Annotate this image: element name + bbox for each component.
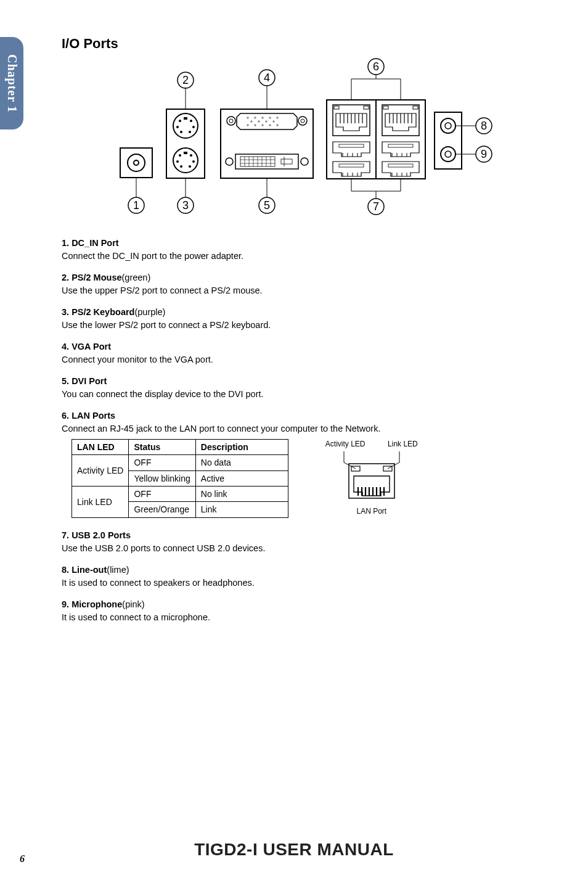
sec1-title: DC_IN Port [71, 238, 119, 248]
sec6-title: LAN Ports [71, 411, 115, 421]
page-content: I/O Ports [62, 36, 549, 633]
svg-point-8 [176, 126, 179, 128]
sec9-num: 9. [62, 599, 69, 609]
svg-rect-58 [364, 106, 369, 109]
vga-dvi-block [221, 109, 313, 178]
section-4: 4. VGA Port Connect your monitor to the … [62, 340, 549, 366]
activity-led-label: Activity LED [325, 439, 365, 450]
svg-point-97 [441, 118, 455, 133]
svg-rect-76 [339, 144, 364, 147]
svg-point-1 [128, 154, 145, 171]
svg-point-7 [190, 120, 192, 122]
svg-point-38 [277, 125, 278, 126]
page-footer: TIGD2-I USER MANUAL [0, 840, 588, 860]
svg-point-14 [190, 154, 192, 157]
sec9-suffix: (pink) [122, 599, 144, 609]
callout-2: 2 [182, 74, 189, 86]
sec3-title: PS/2 Keyboard [71, 307, 134, 317]
sec6-body: Connect an RJ-45 jack to the LAN port to… [62, 424, 380, 433]
sec8-title: Line-out [71, 565, 107, 575]
svg-point-13 [179, 154, 181, 157]
svg-point-31 [258, 121, 259, 122]
sec9-title: Microphone [71, 599, 122, 609]
table-header-row: LAN LED Status Description [72, 440, 288, 455]
cell-desc-3: Link [195, 502, 288, 517]
svg-point-39 [226, 158, 233, 165]
lan-port-diagram: Activity LED Link LED [325, 439, 418, 517]
sec3-num: 3. [62, 307, 69, 317]
svg-rect-19 [184, 152, 187, 154]
cell-activity-led: Activity LED [72, 455, 129, 487]
svg-point-40 [301, 158, 308, 165]
sec5-body: You can connect the display device to th… [62, 389, 264, 399]
cell-desc-1: Active [195, 470, 288, 486]
svg-rect-57 [334, 106, 339, 109]
section-2: 2. PS/2 Mouse(green) Use the upper PS/2 … [62, 271, 549, 297]
svg-point-21 [227, 117, 235, 125]
sec3-suffix: (purple) [134, 307, 165, 317]
th-status: Status [129, 440, 195, 455]
sec7-title: USB 2.0 Ports [71, 530, 131, 540]
section-5: 5. DVI Port You can connect the display … [62, 375, 549, 401]
svg-point-30 [251, 121, 252, 122]
io-ports-diagram: 2 4 6 8 9 [111, 57, 549, 220]
sec7-body: Use the USB 2.0 ports to connect USB 2.0… [62, 543, 265, 553]
svg-point-25 [247, 117, 248, 118]
svg-point-2 [134, 160, 139, 165]
svg-rect-0 [120, 148, 152, 178]
svg-rect-12 [184, 117, 187, 120]
svg-rect-91 [388, 164, 413, 167]
svg-point-9 [192, 126, 195, 128]
sec3-body: Use the lower PS/2 port to connect a PS/… [62, 320, 271, 330]
svg-rect-86 [339, 164, 364, 167]
svg-point-18 [189, 165, 191, 168]
sec2-suffix: (green) [122, 273, 151, 282]
svg-point-27 [262, 117, 263, 118]
lan-port-caption: LAN Port [325, 506, 418, 517]
io-diagram-svg: 2 4 6 8 9 [111, 57, 493, 217]
sec2-title: PS/2 Mouse [71, 273, 121, 282]
link-led-label: Link LED [388, 439, 418, 450]
section-1: 1. DC_IN Port Connect the DC_IN port to … [62, 237, 549, 263]
ps2-block [166, 109, 205, 178]
dc-in-port [120, 148, 152, 178]
svg-point-17 [180, 165, 182, 168]
svg-point-15 [176, 160, 179, 163]
sec8-suffix: (lime) [107, 565, 129, 575]
sec4-num: 4. [62, 342, 69, 351]
th-desc: Description [195, 440, 288, 455]
th-lanled: LAN LED [72, 440, 129, 455]
svg-point-32 [266, 121, 267, 122]
table-row: Activity LED OFF No data [72, 455, 288, 470]
callout-5: 5 [264, 199, 270, 212]
sec1-num: 1. [62, 238, 69, 248]
cell-status-0: OFF [129, 455, 195, 470]
svg-point-24 [301, 119, 304, 123]
svg-point-10 [180, 131, 182, 133]
svg-point-26 [255, 117, 256, 118]
section-7: 7. USB 2.0 Ports Use the USB 2.0 ports t… [62, 529, 549, 555]
chapter-tab-label: Chapter 1 [5, 54, 19, 113]
svg-point-22 [229, 119, 233, 123]
sec6-num: 6. [62, 411, 69, 421]
page-number: 6 [20, 853, 25, 865]
sec5-title: DVI Port [71, 376, 107, 386]
callout-3: 3 [182, 199, 189, 212]
sec8-body: It is used to connect to speakers or hea… [62, 578, 255, 588]
sec4-title: VGA Port [71, 342, 111, 351]
section-9: 9. Microphone(pink) It is used to connec… [62, 598, 549, 624]
page-title: I/O Ports [62, 36, 549, 52]
sec1-body: Connect the DC_IN port to the power adap… [62, 251, 243, 261]
cell-link-led: Link LED [72, 487, 129, 518]
callouts: 2 4 6 8 9 [128, 59, 492, 215]
svg-rect-20 [221, 109, 313, 178]
cell-desc-2: No link [195, 487, 288, 502]
cell-status-3: Green/Orange [129, 502, 195, 517]
svg-point-37 [269, 125, 271, 126]
svg-point-33 [273, 121, 274, 122]
cell-desc-0: No data [195, 455, 288, 470]
svg-point-34 [247, 125, 248, 126]
callout-6: 6 [373, 60, 379, 73]
svg-point-29 [277, 117, 278, 118]
callout-4: 4 [264, 72, 270, 84]
